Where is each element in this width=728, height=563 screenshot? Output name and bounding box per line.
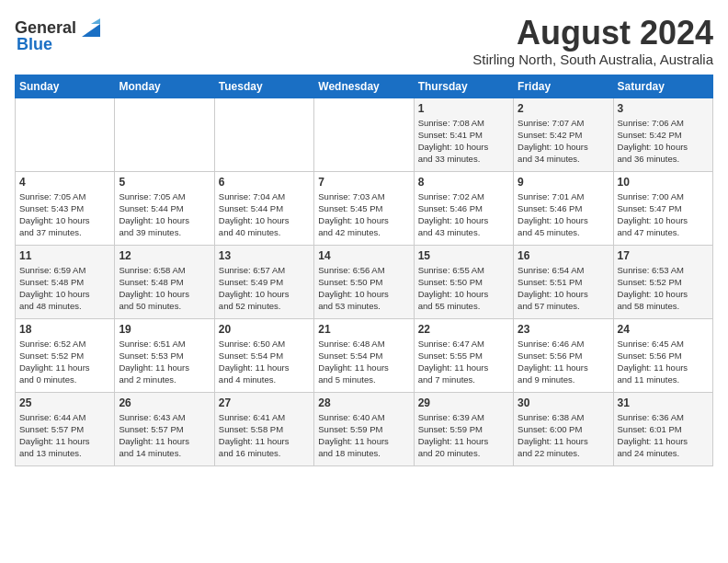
day-number: 24: [618, 323, 709, 336]
day-number: 6: [219, 176, 310, 189]
day-info: Sunrise: 7:02 AM Sunset: 5:46 PM Dayligh…: [418, 190, 509, 239]
day-info: Sunrise: 6:46 AM Sunset: 5:56 PM Dayligh…: [518, 338, 609, 386]
day-info: Sunrise: 6:38 AM Sunset: 6:00 PM Dayligh…: [518, 411, 609, 460]
day-info: Sunrise: 7:07 AM Sunset: 5:42 PM Dayligh…: [518, 117, 609, 166]
day-info: Sunrise: 6:58 AM Sunset: 5:48 PM Dayligh…: [119, 264, 210, 313]
calendar-cell: 14Sunrise: 6:56 AM Sunset: 5:50 PM Dayli…: [314, 245, 414, 318]
calendar-cell: 26Sunrise: 6:43 AM Sunset: 5:57 PM Dayli…: [115, 392, 214, 465]
day-info: Sunrise: 6:50 AM Sunset: 5:54 PM Dayligh…: [219, 338, 310, 386]
calendar-header-row: SundayMondayTuesdayWednesdayThursdayFrid…: [16, 75, 713, 98]
calendar-cell: 20Sunrise: 6:50 AM Sunset: 5:54 PM Dayli…: [214, 318, 313, 392]
calendar-cell: 2Sunrise: 7:07 AM Sunset: 5:42 PM Daylig…: [514, 98, 613, 171]
calendar-cell: 22Sunrise: 6:47 AM Sunset: 5:55 PM Dayli…: [414, 318, 513, 392]
calendar-cell: 3Sunrise: 7:06 AM Sunset: 5:42 PM Daylig…: [613, 98, 712, 171]
calendar-cell: 10Sunrise: 7:00 AM Sunset: 5:47 PM Dayli…: [613, 171, 712, 245]
calendar-cell: 25Sunrise: 6:44 AM Sunset: 5:57 PM Dayli…: [16, 392, 115, 465]
logo: General Blue: [15, 15, 104, 54]
logo-icon: [78, 15, 104, 40]
day-info: Sunrise: 6:48 AM Sunset: 5:54 PM Dayligh…: [318, 338, 409, 386]
day-info: Sunrise: 6:36 AM Sunset: 6:01 PM Dayligh…: [618, 411, 709, 460]
day-info: Sunrise: 6:54 AM Sunset: 5:51 PM Dayligh…: [518, 264, 609, 313]
day-info: Sunrise: 7:05 AM Sunset: 5:44 PM Dayligh…: [119, 190, 210, 239]
day-number: 30: [518, 396, 609, 409]
calendar-week-row: 4Sunrise: 7:05 AM Sunset: 5:43 PM Daylig…: [16, 171, 713, 245]
day-info: Sunrise: 6:53 AM Sunset: 5:52 PM Dayligh…: [618, 264, 709, 313]
calendar-cell: 27Sunrise: 6:41 AM Sunset: 5:58 PM Dayli…: [214, 392, 313, 465]
svg-marker-0: [82, 24, 100, 37]
day-number: 26: [119, 396, 210, 409]
day-info: Sunrise: 6:39 AM Sunset: 5:59 PM Dayligh…: [418, 411, 509, 460]
svg-marker-1: [91, 18, 100, 24]
day-number: 5: [119, 176, 210, 189]
calendar-cell: 24Sunrise: 6:45 AM Sunset: 5:56 PM Dayli…: [613, 318, 712, 392]
day-number: 14: [318, 249, 409, 262]
day-info: Sunrise: 7:08 AM Sunset: 5:41 PM Dayligh…: [418, 117, 509, 166]
day-info: Sunrise: 6:45 AM Sunset: 5:56 PM Dayligh…: [618, 338, 709, 386]
logo-blue-text: Blue: [17, 35, 52, 54]
calendar-day-header: Wednesday: [314, 75, 414, 98]
calendar-cell: [115, 98, 214, 171]
page-header: General Blue August 2024 Stirling North,…: [15, 15, 713, 67]
calendar-cell: 1Sunrise: 7:08 AM Sunset: 5:41 PM Daylig…: [414, 98, 513, 171]
calendar-day-header: Monday: [115, 75, 214, 98]
day-info: Sunrise: 6:59 AM Sunset: 5:48 PM Dayligh…: [19, 264, 110, 313]
day-info: Sunrise: 6:43 AM Sunset: 5:57 PM Dayligh…: [119, 411, 210, 460]
day-info: Sunrise: 6:40 AM Sunset: 5:59 PM Dayligh…: [318, 411, 409, 460]
title-area: August 2024 Stirling North, South Austra…: [472, 15, 713, 67]
calendar-cell: 11Sunrise: 6:59 AM Sunset: 5:48 PM Dayli…: [16, 245, 115, 318]
day-number: 13: [219, 249, 310, 262]
day-number: 12: [119, 249, 210, 262]
calendar-cell: 8Sunrise: 7:02 AM Sunset: 5:46 PM Daylig…: [414, 171, 513, 245]
day-number: 27: [219, 396, 310, 409]
calendar-cell: 13Sunrise: 6:57 AM Sunset: 5:49 PM Dayli…: [214, 245, 313, 318]
day-number: 18: [19, 323, 110, 336]
day-info: Sunrise: 6:41 AM Sunset: 5:58 PM Dayligh…: [219, 411, 310, 460]
day-number: 11: [19, 249, 110, 262]
calendar-cell: 23Sunrise: 6:46 AM Sunset: 5:56 PM Dayli…: [514, 318, 613, 392]
calendar-table: SundayMondayTuesdayWednesdayThursdayFrid…: [15, 75, 713, 466]
day-info: Sunrise: 6:52 AM Sunset: 5:52 PM Dayligh…: [19, 338, 110, 386]
calendar-day-header: Saturday: [613, 75, 712, 98]
page-title: August 2024: [472, 15, 713, 52]
calendar-cell: 15Sunrise: 6:55 AM Sunset: 5:50 PM Dayli…: [414, 245, 513, 318]
calendar-cell: 31Sunrise: 6:36 AM Sunset: 6:01 PM Dayli…: [613, 392, 712, 465]
calendar-cell: 30Sunrise: 6:38 AM Sunset: 6:00 PM Dayli…: [514, 392, 613, 465]
calendar-cell: 29Sunrise: 6:39 AM Sunset: 5:59 PM Dayli…: [414, 392, 513, 465]
day-info: Sunrise: 7:06 AM Sunset: 5:42 PM Dayligh…: [618, 117, 709, 166]
day-number: 28: [318, 396, 409, 409]
calendar-cell: 21Sunrise: 6:48 AM Sunset: 5:54 PM Dayli…: [314, 318, 414, 392]
day-number: 21: [318, 323, 409, 336]
day-info: Sunrise: 7:04 AM Sunset: 5:44 PM Dayligh…: [219, 190, 310, 239]
day-info: Sunrise: 6:57 AM Sunset: 5:49 PM Dayligh…: [219, 264, 310, 313]
day-number: 4: [19, 176, 110, 189]
day-number: 25: [19, 396, 110, 409]
day-number: 8: [418, 176, 509, 189]
calendar-day-header: Friday: [514, 75, 613, 98]
day-info: Sunrise: 7:03 AM Sunset: 5:45 PM Dayligh…: [318, 190, 409, 239]
day-number: 17: [618, 249, 709, 262]
day-number: 2: [518, 102, 609, 115]
day-info: Sunrise: 6:55 AM Sunset: 5:50 PM Dayligh…: [418, 264, 509, 313]
calendar-cell: [16, 98, 115, 171]
calendar-cell: 12Sunrise: 6:58 AM Sunset: 5:48 PM Dayli…: [115, 245, 214, 318]
day-number: 29: [418, 396, 509, 409]
day-number: 10: [618, 176, 709, 189]
calendar-cell: 9Sunrise: 7:01 AM Sunset: 5:46 PM Daylig…: [514, 171, 613, 245]
calendar-week-row: 18Sunrise: 6:52 AM Sunset: 5:52 PM Dayli…: [16, 318, 713, 392]
day-number: 7: [318, 176, 409, 189]
calendar-day-header: Tuesday: [214, 75, 313, 98]
page-subtitle: Stirling North, South Australia, Austral…: [472, 52, 713, 67]
calendar-cell: 17Sunrise: 6:53 AM Sunset: 5:52 PM Dayli…: [613, 245, 712, 318]
calendar-cell: 7Sunrise: 7:03 AM Sunset: 5:45 PM Daylig…: [314, 171, 414, 245]
calendar-cell: 18Sunrise: 6:52 AM Sunset: 5:52 PM Dayli…: [16, 318, 115, 392]
calendar-cell: 19Sunrise: 6:51 AM Sunset: 5:53 PM Dayli…: [115, 318, 214, 392]
calendar-cell: 16Sunrise: 6:54 AM Sunset: 5:51 PM Dayli…: [514, 245, 613, 318]
day-info: Sunrise: 7:01 AM Sunset: 5:46 PM Dayligh…: [518, 190, 609, 239]
day-number: 31: [618, 396, 709, 409]
day-info: Sunrise: 6:56 AM Sunset: 5:50 PM Dayligh…: [318, 264, 409, 313]
calendar-cell: 28Sunrise: 6:40 AM Sunset: 5:59 PM Dayli…: [314, 392, 414, 465]
calendar-cell: [314, 98, 414, 171]
day-number: 3: [618, 102, 709, 115]
calendar-cell: 6Sunrise: 7:04 AM Sunset: 5:44 PM Daylig…: [214, 171, 313, 245]
day-number: 15: [418, 249, 509, 262]
